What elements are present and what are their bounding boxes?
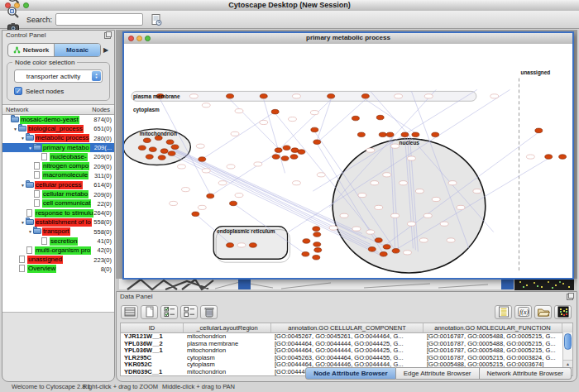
network-node-unselected[interactable] — [424, 94, 433, 98]
network-node-unselected[interactable] — [473, 189, 481, 194]
network-node[interactable] — [401, 132, 409, 137]
network-view-window[interactable]: primary metabolic process plasma membran… — [122, 31, 574, 280]
network-node-unselected[interactable] — [292, 181, 300, 185]
network-node[interactable] — [311, 127, 318, 132]
network-node-unselected[interactable] — [432, 197, 440, 201]
network-node[interactable] — [192, 212, 199, 217]
network-node[interactable] — [379, 132, 386, 137]
network-node-unselected[interactable] — [395, 94, 403, 98]
session-button[interactable] — [148, 12, 165, 27]
tree-row[interactable]: mosaic-demo-yeast874(0) — [2, 115, 114, 124]
network-node-unselected[interactable] — [415, 189, 423, 194]
network-node-unselected[interactable] — [440, 222, 448, 226]
network-node-unselected[interactable] — [340, 213, 348, 218]
network-node-unselected[interactable] — [371, 181, 379, 185]
network-node[interactable] — [432, 132, 439, 137]
network-node[interactable] — [249, 243, 256, 248]
network-node-unselected[interactable] — [235, 109, 243, 113]
network-node-unselected[interactable] — [310, 111, 318, 115]
tree-expand-icon[interactable]: ▼ — [27, 229, 33, 234]
network-node[interactable] — [143, 138, 151, 143]
table-row[interactable]: YPL036W__2plasma membrane[GO:0044464, GO… — [121, 341, 572, 348]
network-node-unselected[interactable] — [419, 238, 428, 242]
network-node[interactable] — [166, 140, 174, 145]
network-node[interactable] — [272, 155, 280, 160]
network-node[interactable] — [313, 140, 321, 145]
function-builder-button[interactable]: f(x) — [514, 305, 532, 319]
network-node-unselected[interactable] — [407, 222, 415, 226]
tab-network[interactable]: Network — [8, 44, 55, 56]
tree-row[interactable]: Overview8(0) — [2, 265, 114, 274]
network-node[interactable] — [168, 151, 175, 156]
unselect-all-attributes-button[interactable] — [180, 305, 198, 319]
table-column-header[interactable]: annotation.GO MOLECULAR_FUNCTION — [423, 323, 562, 332]
network-node[interactable] — [283, 146, 290, 151]
network-node[interactable] — [328, 94, 335, 99]
tree-expand-icon[interactable]: ▼ — [27, 146, 33, 151]
network-node[interactable] — [207, 194, 214, 198]
network-window-titlebar[interactable]: primary metabolic process — [124, 33, 572, 45]
network-node-unselected[interactable] — [317, 173, 325, 177]
network-node-unselected[interactable] — [198, 205, 206, 209]
tab-edge-attribute-browser[interactable]: Edge Attribute Browser — [396, 367, 480, 380]
network-node-unselected[interactable] — [490, 94, 499, 98]
network-node[interactable] — [290, 155, 298, 160]
network-node-unselected[interactable] — [292, 94, 300, 98]
network-node-unselected[interactable] — [391, 213, 400, 218]
network-node[interactable] — [271, 109, 279, 114]
search-input[interactable] — [56, 16, 152, 24]
tree-row[interactable]: unassigned223(0) — [2, 255, 114, 264]
tab-node-attribute-browser[interactable]: Node Attribute Browser — [305, 367, 396, 380]
tree-row[interactable]: ▼metabolic process280(0) — [2, 134, 114, 143]
network-node[interactable] — [171, 145, 179, 150]
network-node[interactable] — [230, 201, 237, 206]
tree-row[interactable]: ▼biological_process651(0) — [2, 124, 114, 133]
network-node[interactable] — [146, 155, 153, 160]
network-node[interactable] — [158, 155, 165, 160]
network-node[interactable] — [352, 116, 359, 121]
network-node-unselected[interactable] — [196, 144, 204, 148]
tree-expand-icon[interactable]: ▼ — [12, 127, 18, 131]
attribute-list-button[interactable] — [495, 305, 512, 319]
tab-network-attribute-browser[interactable]: Network Attribute Browser — [480, 367, 572, 380]
network-edge[interactable] — [202, 112, 275, 159]
network-node[interactable] — [313, 242, 321, 247]
tree-expand-icon[interactable]: ▼ — [20, 220, 26, 225]
network-canvas[interactable]: plasma membrane cytoplasm mitochondrion … — [124, 44, 572, 278]
network-node-unselected[interactable] — [358, 193, 366, 197]
tree-row[interactable]: multi-organism pro42(0) — [2, 246, 114, 255]
tab-overflow-arrow[interactable]: ▶ — [101, 46, 111, 54]
network-node[interactable] — [313, 227, 320, 232]
network-edge[interactable] — [230, 99, 279, 148]
tab-mosaic[interactable]: Mosaic — [55, 44, 100, 56]
network-node-unselected[interactable] — [407, 156, 415, 160]
table-row[interactable]: YJR121W__1mitochondrion[GO:0045267, GO:0… — [121, 333, 572, 341]
network-node-unselected[interactable] — [231, 131, 239, 136]
network-node-unselected[interactable] — [260, 120, 268, 124]
tree-row[interactable]: ▼cellular process614(0) — [2, 180, 114, 189]
network-node[interactable] — [559, 155, 567, 160]
network-node-unselected[interactable] — [170, 201, 178, 205]
table-column-header[interactable]: _cellularLayoutRegion — [184, 323, 271, 332]
network-node-unselected[interactable] — [227, 165, 235, 169]
network-node-unselected[interactable] — [526, 155, 534, 159]
tree-row[interactable]: macromolecule311(0) — [2, 171, 114, 180]
network-node-unselected[interactable] — [218, 181, 227, 185]
network-edge[interactable] — [280, 99, 332, 148]
tree-row[interactable]: cellular metabo209(0) — [2, 189, 114, 198]
network-node[interactable] — [227, 94, 234, 99]
network-edge[interactable] — [366, 99, 416, 133]
network-edge[interactable] — [317, 99, 331, 140]
network-node-unselected[interactable] — [400, 181, 408, 185]
network-node-unselected[interactable] — [366, 148, 375, 152]
zoom-actual-button[interactable] — [5, 5, 22, 20]
network-node[interactable] — [535, 128, 543, 133]
network-node[interactable] — [149, 147, 156, 152]
network-node[interactable] — [302, 252, 309, 257]
import-attributes-button[interactable] — [534, 305, 552, 319]
float-panel-icon[interactable] — [567, 294, 573, 300]
table-row[interactable]: YPL036W__1mitochondrion[GO:0044464, GO:0… — [121, 347, 572, 355]
network-node[interactable] — [313, 232, 321, 237]
tree-row[interactable]: ▼primary metabo209(... — [2, 143, 114, 152]
network-node-unselected[interactable] — [235, 193, 243, 197]
